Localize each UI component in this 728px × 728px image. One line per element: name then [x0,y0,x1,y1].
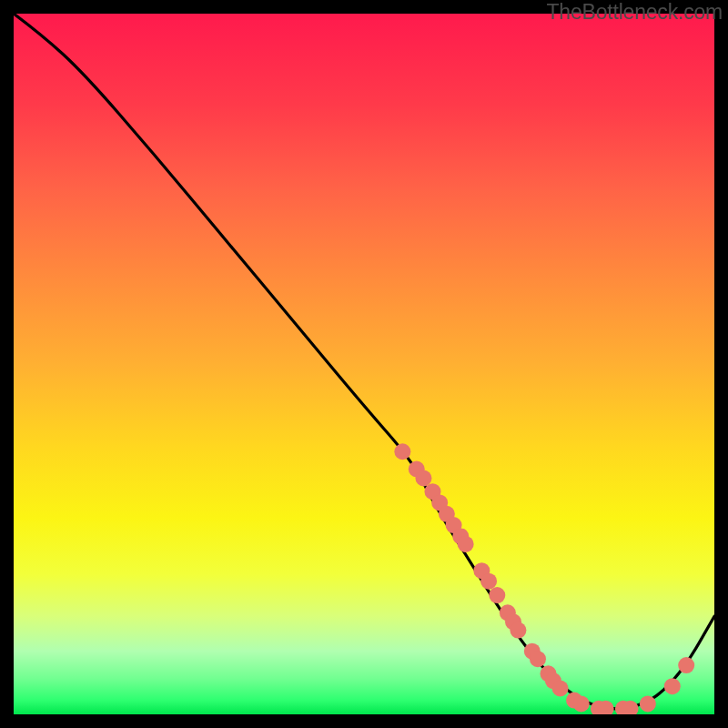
chart-container: TheBottleneck.com [0,0,728,728]
watermark-text: TheBottleneck.com [547,0,723,25]
gradient-background [14,14,714,714]
